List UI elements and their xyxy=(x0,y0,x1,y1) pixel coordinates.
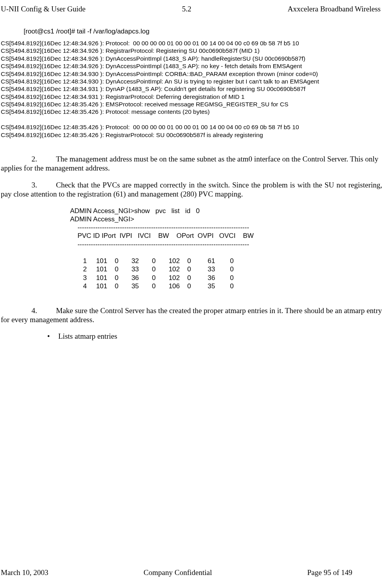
footer-center: Company Confidential xyxy=(144,568,212,577)
step-text: The management address must be on the sa… xyxy=(1,155,378,172)
pvc-output: ADMIN Access_NGI>show pvc list id 0 ADMI… xyxy=(0,207,383,291)
header-left: U-NII Config & User Guide xyxy=(1,5,85,13)
header-right: Axxcelera Broadband Wireless xyxy=(288,5,381,13)
footer-left: March 10, 2003 xyxy=(1,568,48,577)
step-number: 3. xyxy=(31,181,37,189)
page-footer: March 10, 2003 Company Confidential Page… xyxy=(0,568,383,577)
step-text: Check that the PVCs are mapped correctly… xyxy=(1,181,382,198)
step-4: 4.Make sure the Control Server has the c… xyxy=(0,306,383,324)
step-3: 3.Check that the PVCs are mapped correct… xyxy=(0,180,383,198)
log-output: CS[5494.8192](16Dec 12:48:34.926 ): Prot… xyxy=(0,39,383,139)
bullet-item: •Lists atmarp entries xyxy=(0,332,383,341)
step-text: Make sure the Control Server has the cre… xyxy=(1,306,382,324)
footer-right: Page 95 of 149 xyxy=(307,568,352,577)
bullet-icon: • xyxy=(47,332,58,341)
shell-command: [root@cs1 /root]# tail -f /var/log/adapc… xyxy=(0,28,383,35)
step-2: 2.The management address must be on the … xyxy=(0,154,383,173)
page-header: U-NII Config & User Guide 5.2 Axxcelera … xyxy=(0,5,383,13)
step-number: 2. xyxy=(31,155,37,163)
step-number: 4. xyxy=(31,306,37,315)
header-center: 5.2 xyxy=(182,5,191,13)
bullet-text: Lists atmarp entries xyxy=(58,332,117,340)
